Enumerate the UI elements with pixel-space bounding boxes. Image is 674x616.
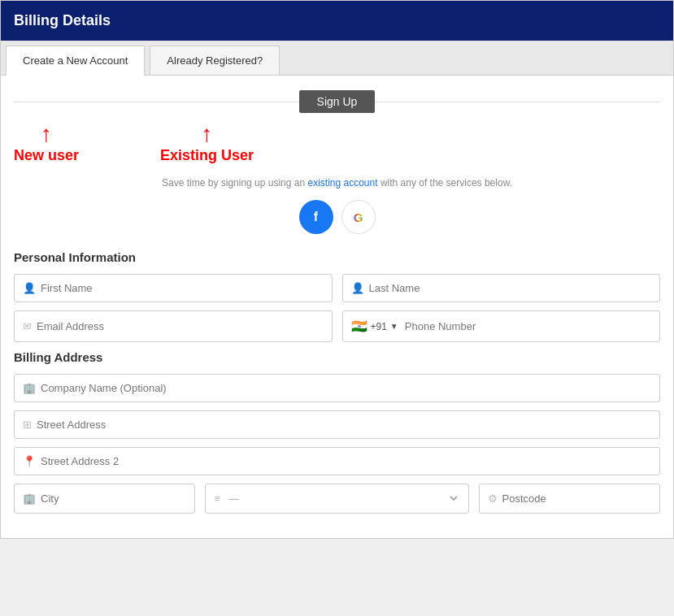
billing-address-title: Billing Address <box>14 350 660 364</box>
signup-subtext: Save time by signing up using an existin… <box>14 177 660 189</box>
street2-field[interactable]: 📍 <box>14 447 660 475</box>
city-field[interactable]: 🏢 <box>14 484 195 514</box>
company-field[interactable]: 🏢 <box>14 374 660 402</box>
hr-container: Sign Up <box>14 90 660 113</box>
existing-user-label: Existing User <box>160 147 254 164</box>
street-icon: ⊞ <box>23 419 32 431</box>
existing-user-arrow-icon: ↑ <box>202 123 213 145</box>
billing-address-section: Billing Address 🏢 ⊞ 📍 🏢 <box>14 350 660 514</box>
main-content: Sign Up ↑ New user ↑ Existing User Save … <box>1 76 673 538</box>
header-title: Billing Details <box>14 12 111 28</box>
social-buttons-container: f G <box>14 200 660 234</box>
page-header: Billing Details <box>1 1 673 41</box>
person-icon-last: 👤 <box>351 282 364 294</box>
postcode-field[interactable]: ⚙ <box>479 484 660 514</box>
email-input[interactable] <box>37 320 324 332</box>
existing-account-link[interactable]: existing account <box>307 177 377 189</box>
email-phone-row: ✉ 🇮🇳 +91 ▼ <box>14 310 660 342</box>
personal-info-section-title: Personal Information <box>14 250 660 264</box>
name-row: 👤 👤 <box>14 274 660 302</box>
street-input[interactable] <box>37 419 651 431</box>
signup-button[interactable]: Sign Up <box>299 90 376 113</box>
tab-already-registered[interactable]: Already Registered? <box>150 46 280 75</box>
new-user-label: New user <box>14 147 79 164</box>
facebook-icon: f <box>314 210 318 224</box>
state-select[interactable]: — <box>225 492 460 505</box>
city-icon: 🏢 <box>23 492 36 505</box>
country-dropdown-arrow[interactable]: ▼ <box>390 322 398 331</box>
tabs-container: Create a New Account Already Registered? <box>1 41 673 76</box>
facebook-button[interactable]: f <box>299 200 333 234</box>
existing-user-arrow-group: ↑ Existing User <box>160 123 254 164</box>
tab-new-account[interactable]: Create a New Account <box>6 46 145 76</box>
postcode-input[interactable] <box>502 492 651 505</box>
state-icon: ≡ <box>214 492 220 505</box>
phone-flag: 🇮🇳 <box>351 319 367 334</box>
person-icon-first: 👤 <box>23 282 36 294</box>
street-field[interactable]: ⊞ <box>14 410 660 439</box>
last-name-field[interactable]: 👤 <box>342 274 661 302</box>
google-button[interactable]: G <box>341 200 376 234</box>
new-user-arrow-icon: ↑ <box>41 123 52 145</box>
first-name-field[interactable]: 👤 <box>14 274 333 302</box>
email-icon: ✉ <box>23 320 32 332</box>
state-field[interactable]: ≡ — <box>205 484 468 514</box>
city-input[interactable] <box>41 492 186 505</box>
email-field[interactable]: ✉ <box>14 310 333 342</box>
page-wrapper: Billing Details Create a New Account Alr… <box>0 0 674 539</box>
phone-input[interactable] <box>405 320 651 332</box>
country-code: +91 <box>371 321 387 332</box>
company-input[interactable] <box>41 382 651 394</box>
last-name-input[interactable] <box>369 282 652 294</box>
phone-field[interactable]: 🇮🇳 +91 ▼ <box>342 310 661 342</box>
street2-input[interactable] <box>41 455 651 467</box>
location-icon: 📍 <box>23 455 36 467</box>
building-icon: 🏢 <box>23 382 36 394</box>
postcode-icon: ⚙ <box>488 492 498 505</box>
google-icon: G <box>354 210 363 224</box>
first-name-input[interactable] <box>41 282 324 294</box>
new-user-arrow-group: ↑ New user <box>14 123 79 164</box>
city-state-postcode-row: 🏢 ≡ — ⚙ <box>14 484 660 514</box>
